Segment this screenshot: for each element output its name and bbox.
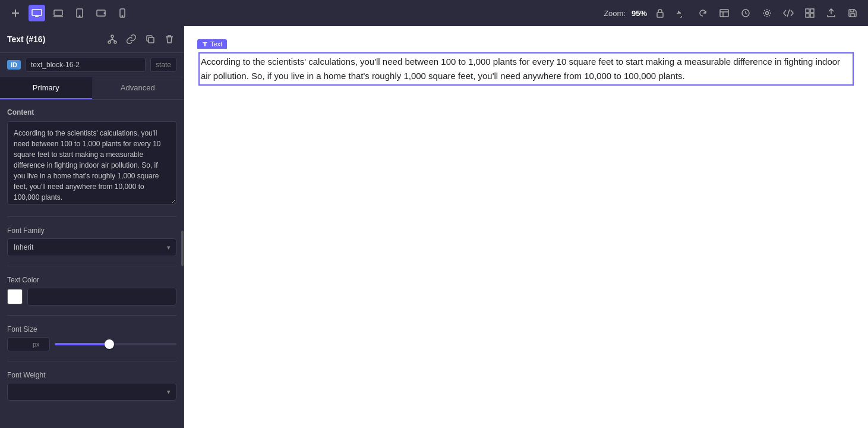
zoom-label: Zoom: xyxy=(604,9,626,18)
tab-primary[interactable]: Primary xyxy=(0,77,92,99)
font-weight-select[interactable]: Normal Bold Light xyxy=(7,383,176,401)
svg-point-12 xyxy=(111,35,113,37)
settings-icon[interactable] xyxy=(759,5,775,21)
font-size-slider-track[interactable] xyxy=(55,343,176,345)
svg-point-5 xyxy=(104,12,105,14)
panel-actions xyxy=(105,32,176,46)
font-weight-label: Font Weight xyxy=(7,371,176,379)
svg-point-7 xyxy=(122,15,123,17)
svg-point-14 xyxy=(114,41,116,43)
undo-icon[interactable] xyxy=(673,5,690,21)
redo-icon[interactable] xyxy=(695,5,711,21)
history-icon[interactable] xyxy=(737,5,754,21)
svg-point-3 xyxy=(79,15,80,17)
color-swatch[interactable] xyxy=(7,289,23,304)
layout-icon[interactable] xyxy=(716,5,733,21)
font-size-slider-fill xyxy=(55,343,109,345)
content-section-label: Content xyxy=(7,108,176,117)
color-row xyxy=(7,288,176,306)
id-badge: ID xyxy=(7,60,21,70)
divider-2 xyxy=(7,266,176,266)
font-weight-select-wrapper: Normal Bold Light xyxy=(7,383,176,401)
divider-1 xyxy=(7,216,176,217)
panel-title: Text (#16) xyxy=(7,34,45,44)
svg-rect-9 xyxy=(720,10,728,17)
text-label-badge: Text xyxy=(197,39,227,49)
lock-icon[interactable] xyxy=(652,5,668,21)
font-size-input[interactable] xyxy=(8,338,33,351)
state-label: state xyxy=(150,58,176,72)
svg-point-13 xyxy=(108,41,111,43)
font-size-label: Font Size xyxy=(7,325,176,333)
delete-icon[interactable] xyxy=(162,32,176,46)
hierarchy-icon[interactable] xyxy=(105,32,119,46)
svg-point-11 xyxy=(766,12,769,15)
duplicate-icon[interactable] xyxy=(143,32,157,46)
top-toolbar: Zoom: 95% xyxy=(0,0,868,26)
svg-rect-1 xyxy=(54,10,62,15)
zoom-value: 95% xyxy=(632,9,647,18)
canvas-page: Text According to the scientists' calcul… xyxy=(184,26,868,428)
grid-icon[interactable] xyxy=(801,5,818,21)
export-icon[interactable] xyxy=(823,5,839,21)
svg-rect-15 xyxy=(149,37,154,43)
wide-tablet-tool-button[interactable] xyxy=(93,5,109,21)
panel-content: Content According to the scientists' cal… xyxy=(0,100,184,428)
font-size-slider-thumb[interactable] xyxy=(105,339,114,349)
font-family-select-wrapper: Inherit Arial Georgia Helvetica Times Ne… xyxy=(7,238,176,256)
font-size-unit: px xyxy=(33,341,43,348)
zoom-section: Zoom: 95% xyxy=(604,9,647,18)
divider-4 xyxy=(7,361,176,361)
main-layout: Text (#16) ID state xyxy=(0,26,868,428)
divider-3 xyxy=(7,315,176,316)
svg-rect-0 xyxy=(32,10,42,15)
font-size-input-wrapper: px xyxy=(7,337,50,351)
text-color-label: Text Color xyxy=(7,276,176,284)
selected-text-block[interactable]: According to the scientists' calculation… xyxy=(198,52,854,86)
tablet-tool-button[interactable] xyxy=(71,5,88,21)
left-panel: Text (#16) ID state xyxy=(0,26,184,428)
desktop-tool-button[interactable] xyxy=(29,5,45,21)
canvas-content: Text According to the scientists' calcul… xyxy=(184,26,868,97)
font-family-select[interactable]: Inherit Arial Georgia Helvetica Times Ne… xyxy=(7,238,176,256)
id-input[interactable] xyxy=(26,58,146,72)
panel-header: Text (#16) xyxy=(0,26,184,53)
color-value-bar xyxy=(27,288,176,306)
font-family-label: Font Family xyxy=(7,226,176,235)
code-icon[interactable] xyxy=(780,5,797,21)
canvas-text: According to the scientists' calculation… xyxy=(201,55,851,83)
canvas-area: Text According to the scientists' calcul… xyxy=(184,26,868,428)
laptop-tool-button[interactable] xyxy=(50,5,67,21)
save-icon[interactable] xyxy=(844,5,861,21)
id-row: ID state xyxy=(0,53,184,77)
panel-tabs: Primary Advanced xyxy=(0,77,184,100)
link-icon[interactable] xyxy=(124,32,138,46)
svg-rect-8 xyxy=(657,12,663,17)
mobile-tool-button[interactable] xyxy=(114,5,131,21)
font-size-row: px xyxy=(7,337,176,351)
text-badge-label: Text xyxy=(210,40,222,48)
tab-advanced[interactable]: Advanced xyxy=(92,77,184,99)
content-textarea[interactable]: According to the scientists' calculation… xyxy=(7,121,176,204)
add-tool-button[interactable] xyxy=(7,5,24,21)
scroll-indicator xyxy=(181,231,184,266)
